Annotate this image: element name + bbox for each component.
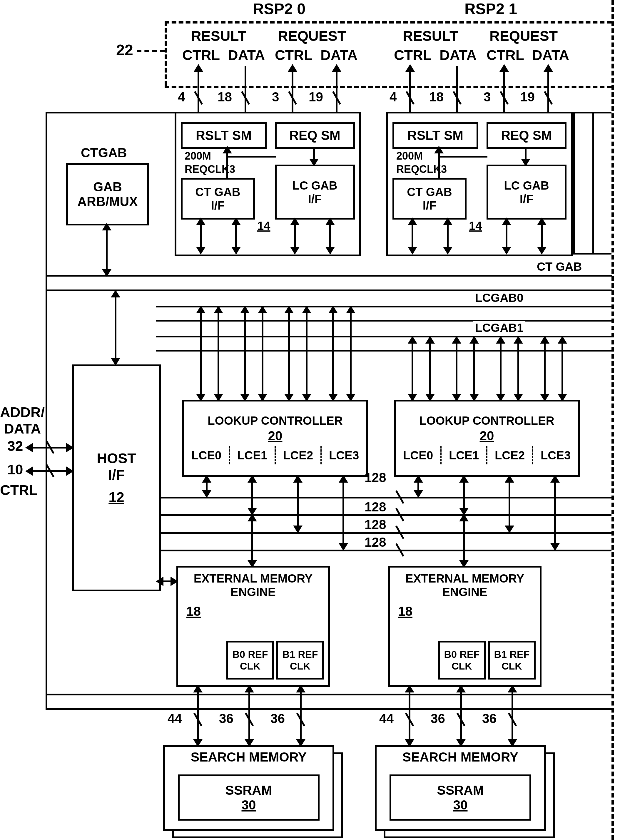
lookup-controller-0: LOOKUP CONTROLLER 20 LCE0 LCE1 LCE2 LCE3 (182, 400, 368, 477)
bus-19-a: 19 (308, 90, 323, 104)
rslt-sm-0: RSLT SM (181, 122, 266, 149)
bus-44-1: 44 (379, 711, 394, 726)
lc-gab-if-0: LC GABI/F (275, 165, 355, 219)
rsp2-0-label: RSP2 0 (253, 0, 305, 18)
bus-3-a: 3 (272, 90, 279, 104)
bus-4-a: 4 (178, 90, 185, 104)
bus-36-1b: 36 (482, 711, 497, 726)
bus-128-d: 128 (364, 535, 386, 550)
ssram-0: SSRAM 30 (178, 774, 319, 820)
200m-0: 200M (185, 150, 211, 162)
bus-44-0: 44 (167, 711, 182, 726)
lce3-0: LCE3 (322, 446, 366, 464)
lcgab0-label: LCGAB0 (473, 291, 525, 305)
host-if-box: HOST I/F 12 (72, 364, 161, 591)
data-1b: DATA (532, 47, 569, 63)
bus-3-b: 3 (484, 90, 491, 104)
req-sm-1: REQ SM (486, 122, 566, 149)
bus-36-1a: 36 (431, 711, 445, 726)
bus-128-a: 128 (364, 470, 386, 485)
bus-18-b: 18 (429, 90, 444, 104)
ct-gab-bus-label: CT GAB (535, 260, 584, 273)
ref-22: 22 (116, 41, 133, 59)
data-0a: DATA (228, 47, 265, 63)
rsp2-1-label: RSP2 1 (465, 0, 517, 18)
bus-128-b: 128 (364, 500, 386, 514)
bus-18-a: 18 (218, 90, 232, 104)
bus-4-b: 4 (390, 90, 397, 104)
bus-36-0a: 36 (219, 711, 233, 726)
ctrl-0a: CTRL (182, 47, 220, 63)
b1-ref-clk-1: B1 REF CLK (488, 641, 536, 679)
lookup-controller-1: LOOKUP CONTROLLER 20 LCE0 LCE1 LCE2 LCE3 (394, 400, 580, 477)
ct-gab-if-0: CT GABI/F (181, 178, 255, 219)
b1-ref-clk-0: B1 REF CLK (276, 641, 324, 679)
addr-data-label: ADDR/ DATA (0, 404, 45, 437)
data-0b: DATA (321, 47, 358, 63)
lc-gab-if-1: LC GABI/F (486, 165, 566, 219)
lce0-0: LCE0 (184, 446, 230, 464)
bus-36-0b: 36 (271, 711, 285, 726)
data-1a: DATA (439, 47, 477, 63)
200m-1: 200M (396, 150, 423, 162)
ctrl-0b: CTRL (275, 47, 313, 63)
ctgab-title: CTGAB (81, 146, 127, 160)
lce2-1: LCE2 (488, 446, 533, 464)
lce0-1: LCE0 (396, 446, 442, 464)
ref-14-0: 14 (257, 219, 271, 233)
lcgab1-label: LCGAB1 (473, 321, 525, 335)
b0-ref-clk-0: B0 REF CLK (226, 641, 274, 679)
bus-19-b: 19 (520, 90, 535, 104)
lce2-0: LCE2 (276, 446, 322, 464)
bus-10: 10 (8, 461, 23, 478)
gab-body1: GAB (93, 180, 122, 194)
ct-gab-if-1: CT GABI/F (393, 178, 467, 219)
ctrl-1a: CTRL (394, 47, 432, 63)
request-label-1: REQUEST (489, 28, 558, 44)
b0-ref-clk-1: B0 REF CLK (438, 641, 486, 679)
lce1-0: LCE1 (230, 446, 276, 464)
lce1-1: LCE1 (442, 446, 488, 464)
bus-128-c: 128 (364, 517, 386, 532)
result-label-1: RESULT (403, 28, 458, 44)
req-sm-0: REQ SM (275, 122, 355, 149)
gab-body2: ARB/MUX (77, 194, 138, 209)
ctrl-ext-label: CTRL (0, 482, 38, 499)
bus-32: 32 (8, 438, 23, 454)
lce3-1: LCE3 (533, 446, 578, 464)
result-label-0: RESULT (191, 28, 246, 44)
request-label-0: REQUEST (278, 28, 346, 44)
ssram-1: SSRAM 30 (390, 774, 531, 820)
ctrl-1b: CTRL (486, 47, 524, 63)
ref-14-1: 14 (469, 219, 482, 233)
gab-arb-mux-box: GAB ARB/MUX (66, 163, 149, 225)
rslt-sm-1: RSLT SM (393, 122, 478, 149)
